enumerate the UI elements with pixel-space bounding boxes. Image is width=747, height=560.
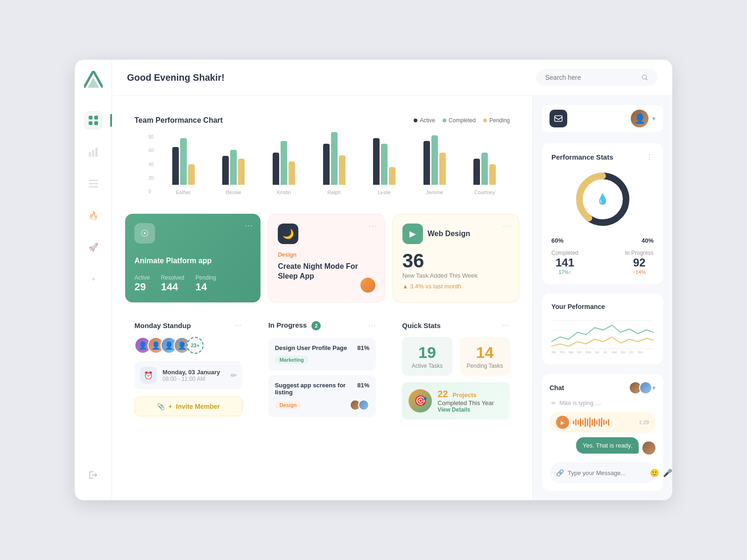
perf-stats-more[interactable]: ⋮ xyxy=(646,153,654,161)
webdesign-card: ··· ▶ Web Design 36 New Task Added This … xyxy=(393,214,519,302)
sidebar-item-fire[interactable]: 🔥 xyxy=(84,206,103,225)
svg-point-10 xyxy=(92,278,95,280)
svg-text:Jul: Jul xyxy=(603,350,607,353)
perf-stats-header: Performance Stats ⋮ xyxy=(551,153,654,161)
bar-bessie: Bessie xyxy=(222,150,245,195)
avatar-add[interactable]: 23+ xyxy=(187,337,204,354)
standup-more[interactable]: ··· xyxy=(234,321,242,329)
animate-card-title: Animate Platform app xyxy=(134,257,251,265)
bar-kristin: Kristin xyxy=(273,141,295,195)
design-card: ··· 🌙 Design Create Night Mode For Sleep… xyxy=(268,214,385,302)
task-item-2-header: Suggest app screens for listing 81% xyxy=(275,382,370,396)
standup-title: Monday Standup xyxy=(134,322,191,329)
bar-leslie: Leslie xyxy=(373,138,395,195)
svg-rect-0 xyxy=(89,116,92,119)
standup-card: Monday Standup ··· 👤 👤 👤 👤 23+ ⏰ xyxy=(125,312,252,431)
emoji-icon[interactable]: 🙂 xyxy=(650,469,659,477)
your-perf-title: Your Peformance xyxy=(551,303,654,310)
svg-text:Sep: Sep xyxy=(620,350,626,353)
svg-text:Aug: Aug xyxy=(612,350,617,353)
inprogress-val: 92 xyxy=(625,256,654,269)
svg-text:Nov: Nov xyxy=(638,350,643,353)
inprogress-header: In Progress 2 ··· xyxy=(268,321,376,330)
perf-stats-title: Performance Stats xyxy=(551,153,613,161)
completed-val: 141 xyxy=(551,256,578,269)
legend-active: Active xyxy=(414,117,435,124)
performance-stats-card: Performance Stats ⋮ 💧 xyxy=(542,143,663,284)
pending-tasks-num: 14 xyxy=(466,343,503,362)
perf-completed: Completed 141 17%↑ xyxy=(551,250,578,275)
chat-input-row: 🔗 🙂 🎤 ➤ xyxy=(550,462,655,483)
legend-completed: Completed xyxy=(443,117,476,124)
task-tag-1: Marketing xyxy=(275,356,309,364)
legend-pending: Pending xyxy=(483,117,510,124)
design-tag: Design xyxy=(278,252,375,258)
content-area: Team Performance Chart Active Completed … xyxy=(112,96,672,500)
search-icon xyxy=(641,74,648,81)
inprogress-more[interactable]: ··· xyxy=(368,322,376,330)
bar-courtney: Courtney xyxy=(473,153,496,195)
task-2-avatar-2 xyxy=(358,399,369,411)
donut-center: 💧 xyxy=(596,193,609,205)
task-item-1: Design User Profile Page 81% Marketing xyxy=(268,338,376,371)
sidebar-item-chart[interactable] xyxy=(84,143,103,161)
bar-jerome: Jerome xyxy=(423,135,446,195)
chat-title: Chat xyxy=(550,384,564,392)
app-container: 🔥 🚀 Good Evening Sha xyxy=(75,60,672,500)
search-input[interactable] xyxy=(545,74,637,81)
notification-icon[interactable] xyxy=(550,110,567,127)
main-content: Good Evening Shakir! Team Performance Ch… xyxy=(112,60,672,500)
projects-link[interactable]: View Details xyxy=(437,406,493,413)
svg-text:May: May xyxy=(586,350,592,353)
task-percent-2: 81% xyxy=(357,382,369,389)
sidebar-item-logout[interactable] xyxy=(84,466,103,484)
standup-edit-icon[interactable]: ✏ xyxy=(231,371,237,380)
projects-info: 22 Projects Completed This Year View Det… xyxy=(437,389,493,413)
completed-change: 17%↑ xyxy=(551,269,578,275)
voice-message: ▶ xyxy=(550,412,655,433)
your-performance-card: Your Peformance xyxy=(542,294,663,364)
projects-sub: Completed This Year xyxy=(437,399,493,406)
sidebar-navigation: 🔥 🚀 xyxy=(84,111,103,452)
chat-input[interactable] xyxy=(568,469,646,476)
standup-avatars: 👤 👤 👤 👤 23+ xyxy=(134,337,242,354)
animate-card-more[interactable]: ··· xyxy=(245,221,253,230)
chat-card: Chat ▾ ✏ Mike is typing .... xyxy=(542,374,663,491)
webdesign-card-more[interactable]: ··· xyxy=(503,222,511,230)
svg-rect-5 xyxy=(92,150,94,157)
sidebar-item-list[interactable] xyxy=(84,175,103,193)
right-top-bar: 👤 ▾ xyxy=(542,105,663,132)
design-card-more[interactable]: ··· xyxy=(369,222,377,230)
projects-icon: 🎯 xyxy=(409,389,432,413)
sidebar-item-settings[interactable] xyxy=(84,270,103,288)
attach-icon: 📎 xyxy=(157,403,165,410)
donut-completed-pct: 60% xyxy=(551,237,564,244)
quickstats-title: Quick Stats xyxy=(402,322,441,329)
completed-label: Completed xyxy=(551,250,578,256)
link-icon[interactable]: 🔗 xyxy=(556,469,564,476)
sidebar-item-rocket[interactable]: 🚀 xyxy=(84,238,103,257)
webdesign-number: 36 xyxy=(402,250,509,272)
quickstats-more[interactable]: ··· xyxy=(502,321,510,329)
sidebar-item-grid[interactable] xyxy=(84,111,103,130)
mic-icon[interactable]: 🎤 xyxy=(663,469,672,477)
design-task-title: Create Night Mode For Sleep App xyxy=(278,262,375,281)
task-item-2: Suggest app screens for listing 81% Desi… xyxy=(268,375,376,417)
chat-collapse-icon[interactable]: ▾ xyxy=(652,384,655,392)
donut-labels: 60% 40% xyxy=(551,237,654,244)
svg-text:Apr: Apr xyxy=(578,350,582,353)
task-2-footer: Design xyxy=(275,399,370,411)
standup-date: Monday, 03 January xyxy=(162,369,220,376)
standup-date-icon: ⏰ xyxy=(140,367,157,384)
stat-pending: Pending 14 xyxy=(196,274,216,293)
stat-active: Active 29 xyxy=(134,274,150,293)
quickstats-header: Quick Stats ··· xyxy=(402,321,510,329)
play-button[interactable]: ▶ xyxy=(556,416,569,429)
typing-indicator: ✏ Mike is typing .... xyxy=(550,400,655,406)
standup-date-info: Monday, 03 January 08:00 - 11:00 AM xyxy=(162,369,220,382)
invite-member-button[interactable]: 📎 + Invite Member xyxy=(134,397,242,416)
svg-text:Feb: Feb xyxy=(560,350,565,353)
svg-text:Jan: Jan xyxy=(551,350,556,353)
webdesign-sub: New Task Added This Week xyxy=(402,272,509,279)
chevron-down-icon[interactable]: ▾ xyxy=(652,115,655,122)
